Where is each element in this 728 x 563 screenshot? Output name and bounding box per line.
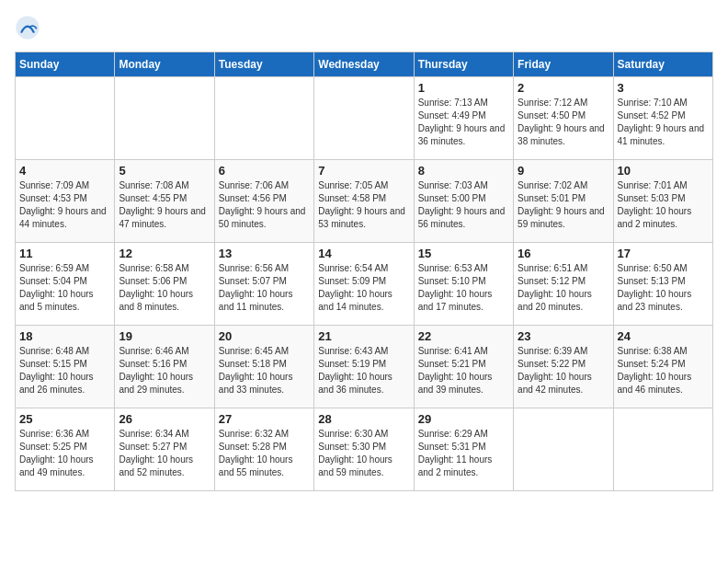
day-number: 25 bbox=[19, 412, 110, 426]
day-number: 24 bbox=[618, 329, 709, 343]
day-info: Sunrise: 7:02 AMSunset: 5:01 PMDaylight:… bbox=[518, 179, 609, 231]
calendar-cell: 5Sunrise: 7:08 AMSunset: 4:55 PMDaylight… bbox=[115, 160, 214, 243]
calendar-cell: 16Sunrise: 6:51 AMSunset: 5:12 PMDayligh… bbox=[514, 243, 613, 326]
day-info: Sunrise: 6:59 AMSunset: 5:04 PMDaylight:… bbox=[19, 262, 110, 314]
day-number: 16 bbox=[518, 247, 609, 260]
day-info: Sunrise: 6:51 AMSunset: 5:12 PMDaylight:… bbox=[518, 262, 609, 314]
day-number: 28 bbox=[318, 412, 409, 426]
day-number: 23 bbox=[518, 329, 609, 343]
calendar-cell: 23Sunrise: 6:39 AMSunset: 5:22 PMDayligh… bbox=[514, 326, 613, 408]
day-info: Sunrise: 7:03 AMSunset: 5:00 PMDaylight:… bbox=[418, 179, 509, 231]
calendar-cell: 12Sunrise: 6:58 AMSunset: 5:06 PMDayligh… bbox=[115, 243, 214, 326]
calendar-cell: 2Sunrise: 7:12 AMSunset: 4:50 PMDaylight… bbox=[514, 77, 613, 160]
day-number: 4 bbox=[19, 164, 110, 178]
calendar-cell: 15Sunrise: 6:53 AMSunset: 5:10 PMDayligh… bbox=[414, 243, 513, 326]
logo bbox=[15, 15, 44, 40]
day-info: Sunrise: 6:58 AMSunset: 5:06 PMDaylight:… bbox=[119, 262, 210, 314]
day-number: 19 bbox=[119, 329, 210, 343]
calendar-cell bbox=[314, 77, 414, 160]
calendar-cell: 4Sunrise: 7:09 AMSunset: 4:53 PMDaylight… bbox=[16, 160, 115, 243]
column-header-sunday: Sunday bbox=[16, 52, 115, 77]
calendar-cell: 3Sunrise: 7:10 AMSunset: 4:52 PMDaylight… bbox=[613, 77, 712, 160]
day-info: Sunrise: 7:01 AMSunset: 5:03 PMDaylight:… bbox=[618, 179, 709, 231]
day-number: 26 bbox=[119, 412, 210, 426]
day-number: 27 bbox=[219, 412, 310, 426]
calendar-cell: 9Sunrise: 7:02 AMSunset: 5:01 PMDaylight… bbox=[514, 160, 613, 243]
day-number: 17 bbox=[618, 247, 709, 260]
day-number: 14 bbox=[318, 247, 409, 260]
logo-icon bbox=[15, 15, 40, 40]
calendar-cell: 28Sunrise: 6:30 AMSunset: 5:30 PMDayligh… bbox=[314, 408, 414, 491]
day-info: Sunrise: 6:36 AMSunset: 5:25 PMDaylight:… bbox=[19, 428, 110, 479]
calendar-cell: 11Sunrise: 6:59 AMSunset: 5:04 PMDayligh… bbox=[16, 243, 115, 326]
calendar-cell: 29Sunrise: 6:29 AMSunset: 5:31 PMDayligh… bbox=[414, 408, 513, 491]
calendar-cell: 13Sunrise: 6:56 AMSunset: 5:07 PMDayligh… bbox=[214, 243, 313, 326]
day-number: 21 bbox=[318, 329, 409, 343]
calendar-cell: 21Sunrise: 6:43 AMSunset: 5:19 PMDayligh… bbox=[314, 326, 414, 408]
calendar-cell bbox=[115, 77, 214, 160]
calendar-cell bbox=[613, 408, 712, 491]
day-info: Sunrise: 7:10 AMSunset: 4:52 PMDaylight:… bbox=[618, 97, 709, 148]
column-header-wednesday: Wednesday bbox=[314, 52, 414, 77]
page-header bbox=[15, 15, 713, 40]
day-info: Sunrise: 6:46 AMSunset: 5:16 PMDaylight:… bbox=[119, 345, 210, 396]
calendar-cell: 27Sunrise: 6:32 AMSunset: 5:28 PMDayligh… bbox=[214, 408, 313, 491]
column-header-friday: Friday bbox=[514, 52, 613, 77]
calendar-cell: 10Sunrise: 7:01 AMSunset: 5:03 PMDayligh… bbox=[613, 160, 712, 243]
day-number: 22 bbox=[418, 329, 509, 343]
day-info: Sunrise: 6:38 AMSunset: 5:24 PMDaylight:… bbox=[618, 345, 709, 396]
day-info: Sunrise: 7:05 AMSunset: 4:58 PMDaylight:… bbox=[318, 179, 409, 231]
day-info: Sunrise: 6:32 AMSunset: 5:28 PMDaylight:… bbox=[219, 428, 310, 479]
day-info: Sunrise: 6:39 AMSunset: 5:22 PMDaylight:… bbox=[518, 345, 609, 396]
day-info: Sunrise: 6:30 AMSunset: 5:30 PMDaylight:… bbox=[318, 428, 409, 479]
day-info: Sunrise: 6:53 AMSunset: 5:10 PMDaylight:… bbox=[418, 262, 509, 314]
day-number: 1 bbox=[418, 81, 509, 95]
calendar-cell bbox=[16, 77, 115, 160]
day-number: 9 bbox=[518, 164, 609, 178]
day-number: 20 bbox=[219, 329, 310, 343]
calendar-cell bbox=[214, 77, 313, 160]
day-number: 13 bbox=[219, 247, 310, 260]
calendar-table: SundayMondayTuesdayWednesdayThursdayFrid… bbox=[15, 52, 713, 491]
day-number: 5 bbox=[119, 164, 210, 178]
calendar-cell: 17Sunrise: 6:50 AMSunset: 5:13 PMDayligh… bbox=[613, 243, 712, 326]
calendar-cell: 1Sunrise: 7:13 AMSunset: 4:49 PMDaylight… bbox=[414, 77, 513, 160]
day-number: 2 bbox=[518, 81, 609, 95]
day-info: Sunrise: 6:29 AMSunset: 5:31 PMDaylight:… bbox=[418, 428, 509, 479]
day-number: 10 bbox=[618, 164, 709, 178]
day-number: 8 bbox=[418, 164, 509, 178]
day-info: Sunrise: 7:09 AMSunset: 4:53 PMDaylight:… bbox=[19, 179, 110, 231]
day-number: 29 bbox=[418, 412, 509, 426]
calendar-cell: 25Sunrise: 6:36 AMSunset: 5:25 PMDayligh… bbox=[16, 408, 115, 491]
calendar-cell: 6Sunrise: 7:06 AMSunset: 4:56 PMDaylight… bbox=[214, 160, 313, 243]
calendar-cell: 8Sunrise: 7:03 AMSunset: 5:00 PMDaylight… bbox=[414, 160, 513, 243]
day-info: Sunrise: 6:45 AMSunset: 5:18 PMDaylight:… bbox=[219, 345, 310, 396]
calendar-cell: 22Sunrise: 6:41 AMSunset: 5:21 PMDayligh… bbox=[414, 326, 513, 408]
day-info: Sunrise: 6:56 AMSunset: 5:07 PMDaylight:… bbox=[219, 262, 310, 314]
calendar-cell: 24Sunrise: 6:38 AMSunset: 5:24 PMDayligh… bbox=[613, 326, 712, 408]
day-info: Sunrise: 7:13 AMSunset: 4:49 PMDaylight:… bbox=[418, 97, 509, 148]
day-info: Sunrise: 6:48 AMSunset: 5:15 PMDaylight:… bbox=[19, 345, 110, 396]
day-number: 7 bbox=[318, 164, 409, 178]
calendar-cell: 7Sunrise: 7:05 AMSunset: 4:58 PMDaylight… bbox=[314, 160, 414, 243]
day-number: 11 bbox=[19, 247, 110, 260]
day-number: 18 bbox=[19, 329, 110, 343]
day-info: Sunrise: 7:08 AMSunset: 4:55 PMDaylight:… bbox=[119, 179, 210, 231]
calendar-cell: 19Sunrise: 6:46 AMSunset: 5:16 PMDayligh… bbox=[115, 326, 214, 408]
day-info: Sunrise: 6:41 AMSunset: 5:21 PMDaylight:… bbox=[418, 345, 509, 396]
day-number: 6 bbox=[219, 164, 310, 178]
day-number: 12 bbox=[119, 247, 210, 260]
day-number: 15 bbox=[418, 247, 509, 260]
day-info: Sunrise: 6:34 AMSunset: 5:27 PMDaylight:… bbox=[119, 428, 210, 479]
calendar-cell: 20Sunrise: 6:45 AMSunset: 5:18 PMDayligh… bbox=[214, 326, 313, 408]
day-info: Sunrise: 6:54 AMSunset: 5:09 PMDaylight:… bbox=[318, 262, 409, 314]
column-header-tuesday: Tuesday bbox=[214, 52, 313, 77]
day-info: Sunrise: 6:50 AMSunset: 5:13 PMDaylight:… bbox=[618, 262, 709, 314]
calendar-cell bbox=[514, 408, 613, 491]
column-header-monday: Monday bbox=[115, 52, 214, 77]
calendar-cell: 26Sunrise: 6:34 AMSunset: 5:27 PMDayligh… bbox=[115, 408, 214, 491]
column-header-saturday: Saturday bbox=[613, 52, 712, 77]
column-header-thursday: Thursday bbox=[414, 52, 513, 77]
day-info: Sunrise: 7:06 AMSunset: 4:56 PMDaylight:… bbox=[219, 179, 310, 231]
calendar-cell: 18Sunrise: 6:48 AMSunset: 5:15 PMDayligh… bbox=[16, 326, 115, 408]
